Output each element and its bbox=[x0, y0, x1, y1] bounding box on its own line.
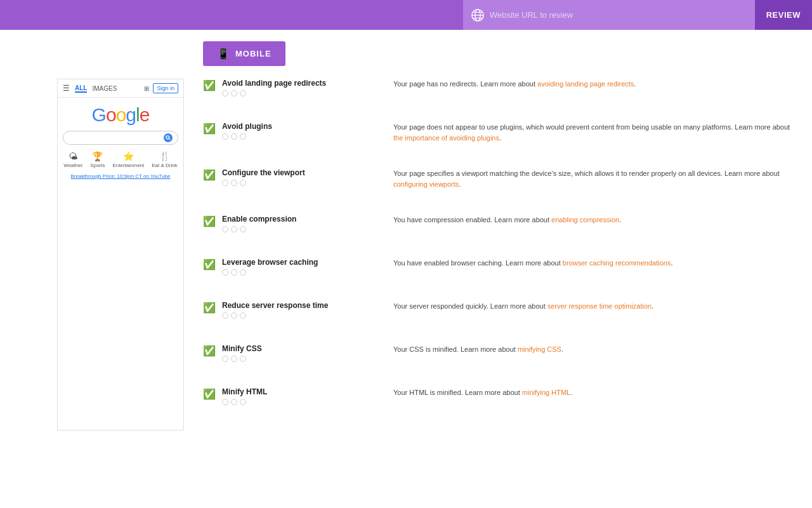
result-dots-minify-html bbox=[222, 399, 374, 405]
results-panel: ✅ Avoid landing page redirects Your page… bbox=[203, 79, 812, 431]
check-icon: ✅ bbox=[203, 302, 216, 314]
result-desc-configure-viewport: Your page specifies a viewport matching … bbox=[393, 168, 793, 189]
dot bbox=[222, 226, 228, 232]
dot bbox=[240, 90, 246, 97]
preview-promo-link[interactable]: Breakthrough Price: 10:9pm CT on YouTube bbox=[71, 173, 171, 179]
dot bbox=[240, 226, 246, 232]
result-dots-server-response bbox=[222, 312, 374, 319]
result-title-avoid-plugins: Avoid plugins bbox=[222, 122, 374, 131]
dot bbox=[222, 399, 228, 405]
entertainment-label: Entertainment bbox=[112, 163, 144, 168]
dot bbox=[231, 269, 237, 276]
dot bbox=[240, 399, 246, 405]
result-title-configure-viewport: Configure the viewport bbox=[222, 168, 374, 177]
result-item-server-response: ✅ Reduce server response time Your serve… bbox=[203, 301, 793, 325]
weather-icon: 🌤 bbox=[69, 151, 77, 161]
dot bbox=[231, 399, 237, 405]
result-item-leverage-caching: ✅ Leverage browser caching You have enab… bbox=[203, 258, 793, 282]
dot bbox=[222, 180, 228, 186]
check-icon: ✅ bbox=[203, 79, 216, 91]
preview-search-input[interactable] bbox=[69, 135, 164, 141]
website-preview: ☰ ALL IMAGES ⊞ Sign in Google bbox=[57, 79, 184, 431]
result-desc-minify-css: Your CSS is minified. Learn more about m… bbox=[393, 344, 793, 355]
dot bbox=[240, 180, 246, 186]
review-button[interactable]: REVIEW bbox=[755, 0, 812, 30]
dot bbox=[222, 269, 228, 276]
result-desc-avoid-redirects: Your page has no redirects. Learn more a… bbox=[393, 79, 793, 90]
result-desc-avoid-plugins: Your page does not appear to use plugins… bbox=[393, 122, 793, 143]
globe-icon bbox=[471, 8, 485, 22]
google-logo: Google bbox=[92, 104, 150, 126]
check-icon: ✅ bbox=[203, 258, 216, 271]
preview-search-btn[interactable] bbox=[164, 133, 173, 142]
preview-icon-sports: 🏆 Sports bbox=[90, 151, 105, 168]
preview-nav: ☰ ALL IMAGES ⊞ Sign in bbox=[58, 79, 183, 98]
mobile-icon: 📱 bbox=[217, 48, 230, 60]
result-left-avoid-plugins: Avoid plugins bbox=[222, 122, 374, 140]
dot bbox=[240, 312, 246, 319]
result-desc-server-response: Your server responded quickly. Learn mor… bbox=[393, 301, 793, 312]
check-icon: ✅ bbox=[203, 388, 216, 400]
result-title-server-response: Reduce server response time bbox=[222, 301, 374, 310]
dot bbox=[231, 226, 237, 232]
result-item-avoid-redirects: ✅ Avoid landing page redirects Your page… bbox=[203, 79, 793, 103]
dot bbox=[222, 133, 228, 140]
result-title-minify-html: Minify HTML bbox=[222, 387, 374, 396]
result-left-minify-css: Minify CSS bbox=[222, 344, 374, 362]
preview-nav-images: IMAGES bbox=[92, 85, 117, 92]
result-left-leverage-caching: Leverage browser caching bbox=[222, 258, 374, 276]
svg-line-6 bbox=[169, 138, 170, 140]
dot bbox=[240, 356, 246, 362]
check-icon: ✅ bbox=[203, 215, 216, 227]
sports-label: Sports bbox=[90, 163, 105, 168]
header: REVIEW bbox=[0, 0, 812, 30]
preview-icon-entertainment: ⭐ Entertainment bbox=[112, 151, 144, 168]
weather-label: Weather bbox=[63, 163, 82, 168]
url-input[interactable] bbox=[490, 10, 747, 20]
mobile-tab-label: MOBILE bbox=[235, 49, 272, 58]
result-item-minify-css: ✅ Minify CSS Your CSS is minified. Learn… bbox=[203, 344, 793, 368]
mobile-tab[interactable]: 📱 MOBILE bbox=[203, 41, 285, 66]
preview-signin[interactable]: Sign in bbox=[153, 83, 178, 93]
svg-point-5 bbox=[166, 136, 169, 139]
result-left-avoid-redirects: Avoid landing page redirects bbox=[222, 79, 374, 97]
food-icon: 🍴 bbox=[159, 151, 170, 161]
result-item-configure-viewport: ✅ Configure the viewport Your page speci… bbox=[203, 168, 793, 196]
dot bbox=[231, 312, 237, 319]
dot bbox=[222, 312, 228, 319]
result-dots-leverage-caching bbox=[222, 269, 374, 276]
result-left-configure-viewport: Configure the viewport bbox=[222, 168, 374, 186]
dot bbox=[222, 356, 228, 362]
result-dots-avoid-plugins bbox=[222, 133, 374, 140]
sports-icon: 🏆 bbox=[92, 151, 103, 161]
preview-search-bar bbox=[63, 131, 178, 145]
preview-icon-food: 🍴 Eat & Drink bbox=[152, 151, 177, 168]
preview-body: Google 🌤 Weather 🏆 Sports bbox=[58, 98, 183, 185]
dot bbox=[231, 133, 237, 140]
dot bbox=[222, 90, 228, 97]
dot bbox=[231, 356, 237, 362]
preview-icon-weather: 🌤 Weather bbox=[63, 151, 82, 168]
result-dots-avoid-redirects bbox=[222, 90, 374, 97]
result-title-leverage-caching: Leverage browser caching bbox=[222, 258, 374, 267]
result-dots-enable-compression bbox=[222, 226, 374, 232]
result-item-enable-compression: ✅ Enable compression You have compressio… bbox=[203, 215, 793, 239]
hamburger-icon: ☰ bbox=[63, 84, 70, 93]
result-left-enable-compression: Enable compression bbox=[222, 215, 374, 232]
tab-bar: 📱 MOBILE bbox=[0, 30, 812, 66]
check-icon: ✅ bbox=[203, 345, 216, 357]
result-title-minify-css: Minify CSS bbox=[222, 344, 374, 353]
result-desc-leverage-caching: You have enabled browser caching. Learn … bbox=[393, 258, 793, 269]
result-title-avoid-redirects: Avoid landing page redirects bbox=[222, 79, 374, 88]
result-left-minify-html: Minify HTML bbox=[222, 387, 374, 405]
result-item-avoid-plugins: ✅ Avoid plugins Your page does not appea… bbox=[203, 122, 793, 149]
check-icon: ✅ bbox=[203, 169, 216, 181]
grid-icon: ⊞ bbox=[144, 85, 149, 92]
result-desc-minify-html: Your HTML is minified. Learn more about … bbox=[393, 387, 793, 398]
result-item-minify-html: ✅ Minify HTML Your HTML is minified. Lea… bbox=[203, 387, 793, 411]
dot bbox=[240, 133, 246, 140]
result-title-enable-compression: Enable compression bbox=[222, 215, 374, 224]
check-icon: ✅ bbox=[203, 123, 216, 135]
preview-icons-row: 🌤 Weather 🏆 Sports ⭐ Entertainment 🍴 Eat… bbox=[63, 151, 178, 168]
result-dots-minify-css bbox=[222, 356, 374, 362]
